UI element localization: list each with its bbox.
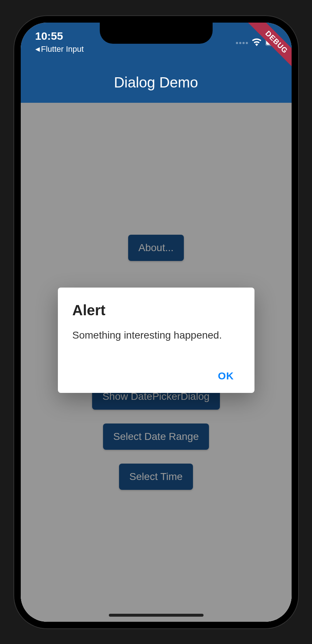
status-time: 10:55 bbox=[35, 30, 84, 42]
home-indicator[interactable] bbox=[109, 614, 204, 617]
ok-button[interactable]: OK bbox=[212, 367, 240, 386]
breadcrumb-label: Flutter Input bbox=[41, 44, 84, 54]
phone-frame: DEBUG 10:55 ◀ Flutter Input bbox=[14, 16, 298, 628]
wifi-icon bbox=[252, 37, 262, 49]
status-bar-left: 10:55 ◀ Flutter Input bbox=[35, 30, 84, 54]
phone-screen: DEBUG 10:55 ◀ Flutter Input bbox=[21, 23, 292, 622]
app-bar: Dialog Demo bbox=[21, 63, 292, 103]
back-arrow-icon: ◀ bbox=[35, 46, 40, 52]
dialog-actions: OK bbox=[72, 367, 240, 386]
dialog-message: Something interesting happened. bbox=[72, 329, 240, 341]
dialog-title: Alert bbox=[72, 302, 240, 319]
alert-dialog: Alert Something interesting happened. OK bbox=[58, 288, 254, 393]
page-title: Dialog Demo bbox=[114, 74, 198, 91]
content-area: About... Show DatePickerDialog Select Da… bbox=[21, 103, 292, 622]
phone-notch bbox=[100, 23, 213, 44]
breadcrumb-back[interactable]: ◀ Flutter Input bbox=[35, 44, 84, 54]
signal-icon bbox=[236, 42, 248, 44]
dialog-scrim[interactable]: Alert Something interesting happened. OK bbox=[21, 103, 292, 622]
